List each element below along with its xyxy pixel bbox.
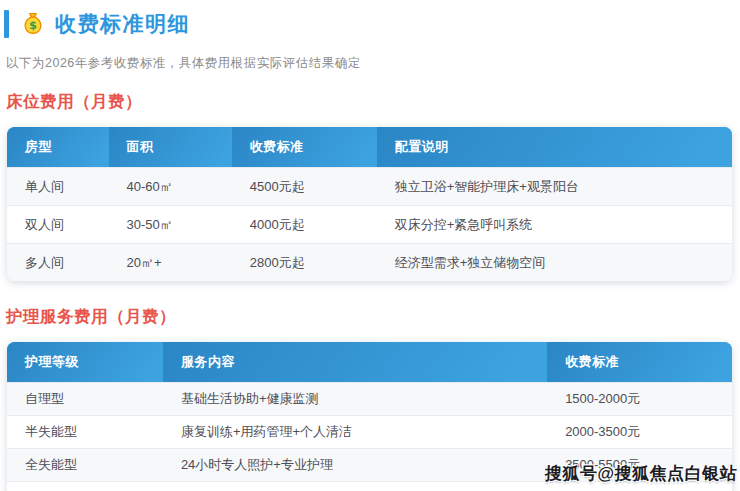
column-header: 收费标准: [547, 342, 732, 382]
header-row: 房型面积收费标准配置说明: [7, 127, 732, 167]
table-cell: 全失能型: [7, 448, 163, 481]
bed-fee-table: 房型面积收费标准配置说明 单人间40-60㎡4500元起独立卫浴+智能护理床+观…: [7, 127, 732, 281]
table-cell: 经济型需求+独立储物空间: [377, 243, 732, 281]
section-title-care-fees: 护理服务费用（月费）: [6, 306, 733, 328]
page-subtitle: 以下为2026年参考收费标准，具体费用根据实际评估结果确定: [6, 55, 733, 72]
watermark: 搜狐号@搜狐焦点白银站: [545, 462, 738, 485]
column-header: 面积: [109, 127, 232, 167]
column-header: 收费标准: [232, 127, 377, 167]
table-cell: 康复训练+用药管理+个人清洁: [163, 415, 547, 448]
table-row: 多人间20㎡+2800元起经济型需求+独立储物空间: [7, 243, 732, 281]
table-cell: 独立卫浴+智能护理床+观景阳台: [377, 167, 732, 205]
table-cell: 2800元起: [232, 243, 377, 281]
fee-detail-page: $ 收费标准明细 以下为2026年参考收费标准，具体费用根据实际评估结果确定 床…: [0, 0, 740, 491]
money-bag-icon: $: [20, 11, 46, 37]
column-header: 服务内容: [163, 342, 547, 382]
svg-text:$: $: [29, 18, 37, 32]
table-row: 单人间40-60㎡4500元起独立卫浴+智能护理床+观景阳台: [7, 167, 732, 205]
table-cell: 4500元起: [232, 167, 377, 205]
care-fee-table-head: 护理等级服务内容收费标准: [7, 342, 732, 382]
table-cell: 4000元起: [232, 205, 377, 243]
accent-bar: [4, 10, 9, 38]
page-title: 收费标准明细: [55, 10, 190, 38]
table-cell: 自理型: [7, 382, 163, 415]
page-header: $ 收费标准明细: [4, 8, 733, 40]
column-header: 护理等级: [7, 342, 163, 382]
bed-fee-table-head: 房型面积收费标准配置说明: [7, 127, 732, 167]
table-cell: 30-50㎡: [109, 205, 232, 243]
table-cell: 40-60㎡: [109, 167, 232, 205]
table-cell: 1500-2000元: [547, 382, 732, 415]
table-cell: 基础生活协助+健康监测: [163, 382, 547, 415]
table-cell: 多人间: [7, 243, 109, 281]
header-row: 护理等级服务内容收费标准: [7, 342, 732, 382]
table-cell: 单人间: [7, 167, 109, 205]
table-cell: 20㎡+: [109, 243, 232, 281]
table-cell: 半失能型: [7, 415, 163, 448]
table-cell: 2000-3500元: [547, 415, 732, 448]
table-row: 半失能型康复训练+用药管理+个人清洁2000-3500元: [7, 415, 732, 448]
table-row: 双人间30-50㎡4000元起双床分控+紧急呼叫系统: [7, 205, 732, 243]
table-cell: 24小时专人照护+专业护理: [163, 448, 547, 481]
table-cell: 双人间: [7, 205, 109, 243]
table-row: 自理型基础生活协助+健康监测1500-2000元: [7, 382, 732, 415]
column-header: 房型: [7, 127, 109, 167]
bed-fee-table-body: 单人间40-60㎡4500元起独立卫浴+智能护理床+观景阳台双人间30-50㎡4…: [7, 167, 732, 281]
table-cell: 双床分控+紧急呼叫系统: [377, 205, 732, 243]
table-cell: 记忆训练+情绪疏导+防走失监护: [163, 481, 547, 491]
table-cell: 认知症专护: [7, 481, 163, 491]
column-header: 配置说明: [377, 127, 732, 167]
section-title-bed-fees: 床位费用（月费）: [6, 91, 733, 113]
